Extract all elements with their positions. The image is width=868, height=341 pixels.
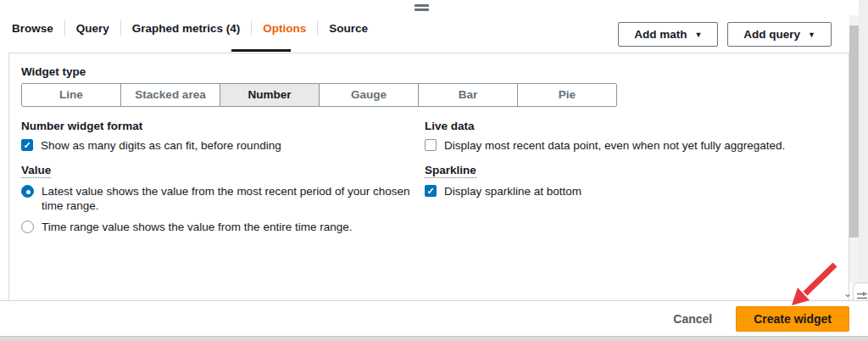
sparkline-label: Display sparkline at bottom (444, 184, 581, 198)
add-query-label: Add query (743, 28, 800, 41)
live-data-heading: Live data (425, 120, 849, 132)
widget-type-selector: Line Stacked area Number Gauge Bar Pie (21, 83, 617, 107)
pane-resize-handle-icon[interactable] (415, 4, 429, 13)
page-background-edge (859, 0, 868, 302)
time-range-value-label: Time range value shows the value from th… (42, 220, 352, 234)
vertical-scrollbar-thumb[interactable] (849, 25, 859, 238)
widget-type-gauge[interactable]: Gauge (320, 84, 419, 106)
widget-type-bar[interactable]: Bar (419, 84, 518, 106)
active-tab-indicator (231, 49, 291, 52)
widget-type-number[interactable]: Number (220, 84, 320, 106)
chevron-down-icon: ⌄ (843, 288, 852, 299)
tab-query[interactable]: Query (65, 22, 120, 35)
latest-value-radio[interactable] (21, 185, 34, 198)
widget-type-line[interactable]: Line (22, 84, 121, 106)
editor-tabbar: Browse Query Graphed metrics (4) Options… (12, 17, 379, 39)
sparkline-heading: Sparkline (425, 164, 849, 176)
add-math-label: Add math (634, 28, 687, 41)
add-query-button[interactable]: Add query ▼ (727, 22, 832, 47)
tab-browse[interactable]: Browse (12, 22, 64, 35)
number-format-heading: Number widget format (21, 120, 425, 132)
check-icon: ✓ (23, 141, 31, 150)
caret-down-icon: ▼ (694, 31, 702, 39)
widget-type-heading: Widget type (21, 65, 849, 78)
widget-type-pie[interactable]: Pie (518, 84, 616, 106)
sparkline-checkbox[interactable]: ✓ (425, 185, 437, 197)
value-heading-term[interactable]: Value (21, 164, 51, 178)
digits-fit-checkbox[interactable]: ✓ (21, 139, 33, 151)
vertical-scrollbar[interactable] (849, 15, 859, 283)
add-math-button[interactable]: Add math ▼ (618, 22, 718, 47)
live-data-label: Display most recent data point, even whe… (444, 138, 785, 153)
tab-options[interactable]: Options (252, 22, 317, 35)
tab-source[interactable]: Source (318, 22, 379, 35)
cancel-button[interactable]: Cancel (673, 312, 712, 326)
digits-fit-label: Show as many digits as can fit, before r… (41, 138, 281, 153)
widget-type-stacked-area[interactable]: Stacked area (121, 84, 220, 106)
sparkline-heading-term[interactable]: Sparkline (425, 164, 476, 178)
tab-graphed-metrics[interactable]: Graphed metrics (4) (121, 22, 252, 35)
live-data-checkbox[interactable]: ✓ (425, 139, 437, 151)
create-widget-button[interactable]: Create widget (736, 306, 849, 332)
modal-footer: Cancel Create widget (0, 301, 868, 336)
value-heading: Value (21, 164, 425, 176)
check-icon: ✓ (426, 187, 434, 196)
caret-down-icon: ▼ (808, 31, 815, 39)
horizontal-scrollbar[interactable] (0, 336, 868, 341)
time-range-value-radio[interactable] (21, 221, 34, 233)
latest-value-label: Latest value shows the value from the mo… (42, 184, 419, 213)
options-panel: Widget type Line Stacked area Number Gau… (8, 53, 849, 300)
sliders-icon (857, 291, 867, 301)
cloudwatch-widget-editor: Browse Query Graphed metrics (4) Options… (0, 0, 868, 341)
metric-actions: Add math ▼ Add query ▼ (618, 22, 832, 47)
